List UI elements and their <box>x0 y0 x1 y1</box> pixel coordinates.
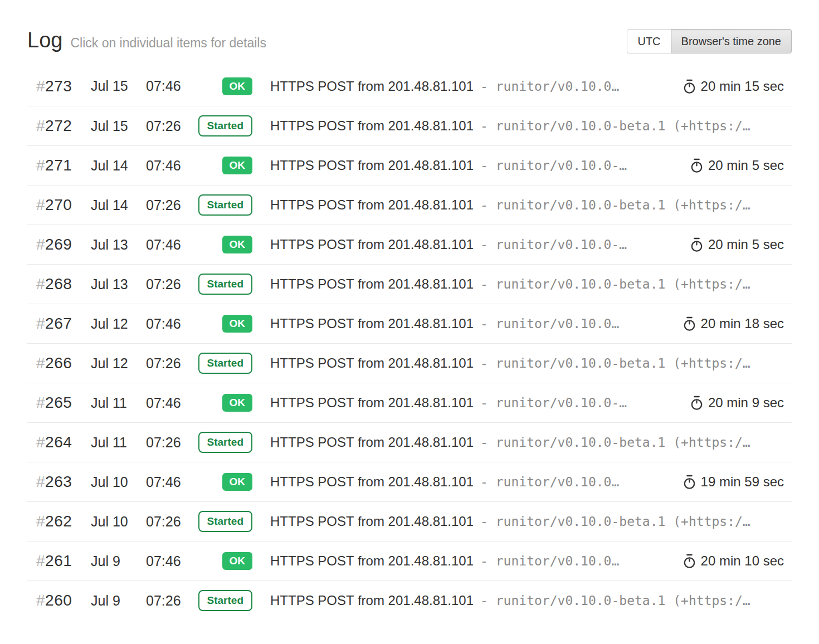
event-duration: 19 min 59 sec <box>682 474 792 490</box>
log-row[interactable]: #263 Jul 10 07:46 OK HTTPS POST from 201… <box>27 462 792 501</box>
event-id: #265 <box>27 394 91 412</box>
title-group: Log Click on individual items for detail… <box>27 28 266 52</box>
user-agent-text: - runitor/v0.10.0-beta.1 (+https:/… <box>480 198 750 212</box>
log-row[interactable]: #273 Jul 15 07:46 OK HTTPS POST from 201… <box>27 66 792 106</box>
status-badge: Started <box>198 511 252 532</box>
event-text: HTTPS POST from 201.48.81.101 <box>270 474 474 489</box>
log-row[interactable]: #272 Jul 15 07:26 Started HTTPS POST fro… <box>27 106 792 145</box>
event-number: 263 <box>45 473 72 490</box>
event-duration: 20 min 5 sec <box>690 237 792 252</box>
status-badge-cell: OK <box>199 552 252 570</box>
utc-button[interactable]: UTC <box>627 29 671 53</box>
event-number: 261 <box>45 552 72 569</box>
status-badge-cell: Started <box>199 590 252 611</box>
log-row[interactable]: #266 Jul 12 07:26 Started HTTPS POST fro… <box>27 343 792 383</box>
user-agent-text: - runitor/v0.10.0-… <box>480 396 627 410</box>
log-row[interactable]: #270 Jul 14 07:26 Started HTTPS POST fro… <box>27 185 792 225</box>
user-agent-text: - runitor/v0.10.0… <box>480 79 619 94</box>
log-row[interactable]: #261 Jul 9 07:46 OK HTTPS POST from 201.… <box>27 541 792 580</box>
hash-prefix: # <box>36 157 45 174</box>
duration-text: 19 min 59 sec <box>701 474 784 490</box>
event-time: 07:26 <box>146 593 199 609</box>
status-badge-cell: OK <box>199 236 252 253</box>
hash-prefix: # <box>36 552 45 569</box>
event-duration: 20 min 18 sec <box>682 316 792 331</box>
log-row[interactable]: #269 Jul 13 07:46 OK HTTPS POST from 201… <box>27 225 792 264</box>
event-text: HTTPS POST from 201.48.81.101 <box>270 79 474 94</box>
hash-prefix: # <box>36 592 45 609</box>
stopwatch-icon <box>690 237 704 252</box>
event-date: Jul 10 <box>91 514 146 530</box>
hash-prefix: # <box>36 473 45 490</box>
event-id: #272 <box>27 117 91 135</box>
status-badge: Started <box>198 274 252 295</box>
status-badge-cell: Started <box>199 511 252 532</box>
event-description: HTTPS POST from 201.48.81.101- runitor/v… <box>270 197 792 213</box>
status-badge-cell: Started <box>199 432 252 453</box>
user-agent-text: - runitor/v0.10.0… <box>480 554 619 568</box>
user-agent-text: - runitor/v0.10.0… <box>480 475 619 489</box>
status-badge-cell: OK <box>199 315 252 333</box>
log-row[interactable]: #267 Jul 12 07:46 OK HTTPS POST from 201… <box>27 304 792 343</box>
hash-prefix: # <box>36 275 45 292</box>
event-date: Jul 11 <box>91 435 146 451</box>
event-description: HTTPS POST from 201.48.81.101- runitor/v… <box>270 435 792 450</box>
event-number: 269 <box>45 236 72 253</box>
log-row[interactable]: #260 Jul 9 07:26 Started HTTPS POST from… <box>27 580 792 620</box>
status-badge: OK <box>222 236 253 253</box>
event-description: HTTPS POST from 201.48.81.101- runitor/v… <box>270 276 792 292</box>
duration-text: 20 min 5 sec <box>708 237 784 252</box>
event-date: Jul 13 <box>91 237 146 253</box>
status-badge-cell: OK <box>199 473 252 491</box>
log-table: #273 Jul 15 07:46 OK HTTPS POST from 201… <box>27 66 792 620</box>
event-description: HTTPS POST from 201.48.81.101- runitor/v… <box>270 118 792 134</box>
user-agent-text: - runitor/v0.10.0-beta.1 (+https:/… <box>480 514 750 529</box>
event-time: 07:26 <box>146 118 199 134</box>
log-row[interactable]: #265 Jul 11 07:46 OK HTTPS POST from 201… <box>27 383 792 422</box>
event-time: 07:46 <box>146 78 199 94</box>
user-agent-text: - runitor/v0.10.0-… <box>480 158 627 173</box>
event-text: HTTPS POST from 201.48.81.101 <box>270 316 474 331</box>
hash-prefix: # <box>36 513 45 530</box>
event-number: 273 <box>45 77 72 95</box>
event-number: 260 <box>45 592 72 609</box>
user-agent-text: - runitor/v0.10.0-… <box>480 237 627 252</box>
status-badge-cell: Started <box>199 115 252 136</box>
hash-prefix: # <box>36 117 45 134</box>
event-text: HTTPS POST from 201.48.81.101 <box>270 118 474 133</box>
event-text: HTTPS POST from 201.48.81.101 <box>270 395 474 410</box>
event-time: 07:26 <box>146 514 199 530</box>
status-badge: Started <box>198 432 252 453</box>
timezone-toggle: UTC Browser's time zone <box>627 29 792 53</box>
event-id: #263 <box>27 473 91 491</box>
event-time: 07:46 <box>146 474 199 490</box>
hash-prefix: # <box>36 433 45 451</box>
event-number: 264 <box>45 433 72 451</box>
user-agent-text: - runitor/v0.10.0-beta.1 (+https:/… <box>480 435 750 450</box>
log-row[interactable]: #262 Jul 10 07:26 Started HTTPS POST fro… <box>27 501 792 541</box>
event-number: 268 <box>45 275 72 292</box>
event-text: HTTPS POST from 201.48.81.101 <box>270 514 474 529</box>
status-badge: Started <box>198 194 252 216</box>
log-row[interactable]: #268 Jul 13 07:26 Started HTTPS POST fro… <box>27 264 792 304</box>
log-row[interactable]: #264 Jul 11 07:26 Started HTTPS POST fro… <box>27 422 792 462</box>
status-badge-cell: OK <box>199 157 252 174</box>
status-badge-cell: Started <box>199 194 252 216</box>
event-time: 07:26 <box>146 276 199 292</box>
event-id: #271 <box>27 157 91 174</box>
duration-text: 20 min 10 sec <box>701 553 784 569</box>
status-badge: Started <box>198 353 252 374</box>
status-badge: OK <box>222 315 253 333</box>
event-id: #261 <box>27 552 91 570</box>
browser-timezone-button[interactable]: Browser's time zone <box>671 29 792 53</box>
event-number: 271 <box>45 157 72 174</box>
log-row[interactable]: #271 Jul 14 07:46 OK HTTPS POST from 201… <box>27 145 792 185</box>
event-time: 07:46 <box>146 553 199 569</box>
event-date: Jul 14 <box>91 158 146 174</box>
user-agent-text: - runitor/v0.10.0… <box>480 316 619 331</box>
event-id: #268 <box>27 275 91 293</box>
user-agent-text: - runitor/v0.10.0-beta.1 (+https:/… <box>480 277 750 291</box>
event-date: Jul 15 <box>91 118 146 134</box>
page-title: Log <box>27 28 62 52</box>
hash-prefix: # <box>36 315 45 332</box>
